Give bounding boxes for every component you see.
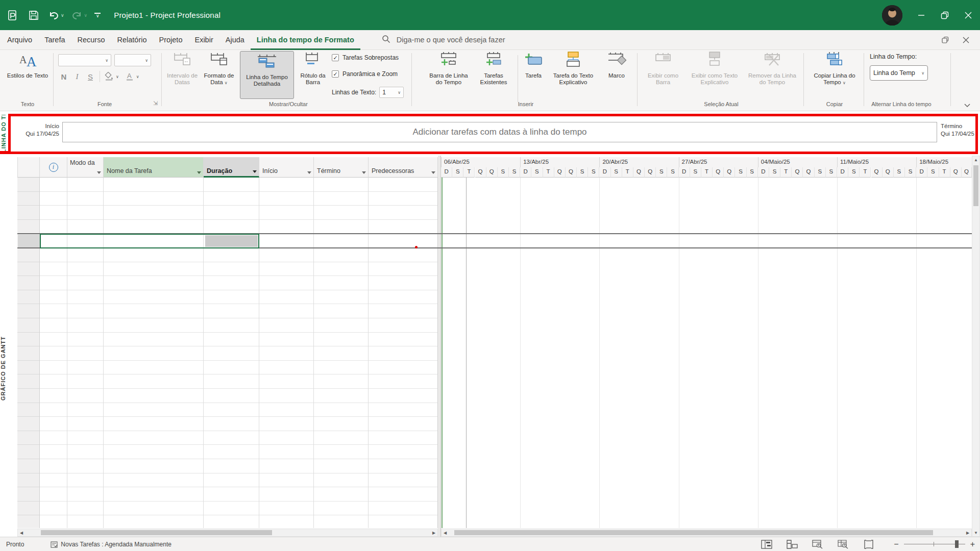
- ribbon-display-icon[interactable]: [935, 32, 955, 47]
- zoom-slider-thumb[interactable]: [955, 540, 959, 548]
- project-app-icon[interactable]: [7, 10, 18, 21]
- text-styles-button[interactable]: AA Estilos de Texto: [6, 51, 49, 79]
- column-header-termino[interactable]: Término: [314, 157, 369, 178]
- ribbon: AA Estilos de Texto Texto ∨ ∨ N I S ∨ A …: [0, 50, 980, 111]
- callout-task-button[interactable]: Tarefa do Texto Explicativo: [547, 51, 599, 86]
- bold-button[interactable]: N: [57, 70, 70, 83]
- vertical-scrollbar[interactable]: [972, 156, 980, 537]
- view-team-planner-icon[interactable]: [811, 539, 824, 550]
- italic-button[interactable]: I: [70, 70, 84, 83]
- restore-button[interactable]: [933, 5, 957, 26]
- vertical-scroll-thumb[interactable]: [973, 165, 978, 206]
- day-header-cell: S: [667, 167, 678, 178]
- copy-timeline-button[interactable]: Copiar Linha do Tempo ∨: [811, 51, 859, 86]
- day-header-cell: S: [509, 167, 520, 178]
- view-task-usage-icon[interactable]: [786, 539, 799, 550]
- scroll-down-icon[interactable]: ▼: [972, 529, 980, 537]
- undo-icon[interactable]: ∨: [48, 10, 64, 20]
- fill-dropdown-icon[interactable]: ∨: [116, 74, 119, 79]
- timeline-add-tasks-box[interactable]: Adicionar tarefas com datas à linha do t…: [62, 122, 937, 142]
- bar-label-button[interactable]: Rótulo da Barra: [297, 51, 329, 86]
- day-header-cell: Q: [566, 167, 577, 178]
- column-header-predecessoras[interactable]: Predecessoras: [369, 157, 438, 178]
- day-header-cell: D: [441, 167, 452, 178]
- underline-button[interactable]: S: [84, 70, 97, 83]
- filter-arrow-icon[interactable]: [307, 171, 311, 174]
- view-timeline-icon[interactable]: [862, 539, 875, 550]
- scroll-up-icon[interactable]: ▲: [972, 156, 980, 164]
- menu-item-arquivo[interactable]: Arquivo: [1, 30, 38, 50]
- overlapped-tasks-checkbox[interactable]: ✓ Tarefas Sobrepostas: [332, 54, 399, 61]
- date-format-icon: [209, 51, 229, 70]
- existing-tasks-button[interactable]: Tarefas Existentes: [474, 51, 513, 86]
- timeline-select[interactable]: Linha do Temp∨: [870, 65, 928, 81]
- avatar[interactable]: [882, 5, 902, 26]
- menu-item-ajuda[interactable]: Ajuda: [219, 30, 251, 50]
- scroll-right-icon[interactable]: ▶: [964, 529, 972, 537]
- undo-dropdown-icon[interactable]: ∨: [61, 13, 64, 18]
- background-fill-icon[interactable]: [103, 70, 116, 83]
- column-header-inicio[interactable]: Início: [259, 157, 314, 178]
- customize-quick-access-icon[interactable]: ∨: [94, 13, 101, 18]
- filter-arrow-icon[interactable]: [431, 171, 435, 174]
- zoom-in-button[interactable]: +: [970, 540, 975, 549]
- insert-task-button[interactable]: Tarefa: [522, 51, 545, 79]
- close-pane-icon[interactable]: [955, 32, 976, 47]
- search-placeholder: Diga-me o que você deseja fazer: [397, 36, 505, 44]
- column-header-nome[interactable]: Nome da Tarefa: [104, 157, 204, 178]
- tell-me-search[interactable]: Diga-me o que você deseja fazer: [382, 35, 505, 45]
- column-header-info[interactable]: i: [40, 157, 67, 178]
- collapse-ribbon-icon[interactable]: [964, 101, 971, 110]
- menu-item-recurso[interactable]: Recurso: [71, 30, 111, 50]
- scroll-right-icon[interactable]: ▶: [430, 529, 438, 537]
- font-color-dropdown-icon[interactable]: ∨: [136, 74, 139, 79]
- view-gantt-icon[interactable]: [760, 539, 773, 550]
- filter-arrow-icon[interactable]: [197, 171, 201, 174]
- close-button[interactable]: [957, 5, 980, 26]
- minimize-button[interactable]: [910, 5, 933, 26]
- select-all-corner[interactable]: [17, 157, 40, 178]
- day-header-cell: S: [531, 167, 543, 178]
- zoom-slider[interactable]: [904, 544, 965, 544]
- font-color-icon[interactable]: A: [123, 70, 136, 83]
- menu-item-exibir[interactable]: Exibir: [188, 30, 219, 50]
- scroll-left-icon[interactable]: ◀: [17, 529, 26, 537]
- date-range-button: Intervalo de Datas: [166, 51, 199, 86]
- day-header-cell: Q: [645, 167, 656, 178]
- day-header-cell: T: [860, 167, 871, 178]
- filter-arrow-icon[interactable]: [97, 171, 101, 174]
- group-label-inserir: Inserir: [419, 101, 633, 107]
- detailed-timeline-button[interactable]: Linha do Tempo Detalhada: [240, 51, 294, 99]
- menu-item-relatorio[interactable]: Relatório: [111, 30, 153, 50]
- menu-item-projeto[interactable]: Projeto: [153, 30, 189, 50]
- timeline-bar-button[interactable]: Barra de Linha do Tempo: [428, 51, 470, 86]
- svg-text:A: A: [27, 54, 37, 68]
- fonte-dialog-launcher-icon[interactable]: ⇲: [153, 100, 158, 107]
- chart-h-scroll-thumb[interactable]: [454, 530, 933, 535]
- table-chart-splitter[interactable]: [438, 156, 441, 537]
- pan-zoom-checkbox[interactable]: ✓ Panorâmica e Zoom: [332, 70, 398, 78]
- font-name-combobox[interactable]: ∨: [58, 54, 111, 66]
- active-cell-duracao[interactable]: [205, 235, 258, 247]
- day-header-cell: D: [520, 167, 531, 178]
- filter-arrow-icon[interactable]: [362, 171, 366, 174]
- timeline-field-label: Linha do Tempo:: [870, 53, 917, 60]
- milestone-button[interactable]: Marco: [603, 51, 630, 79]
- save-icon[interactable]: [29, 10, 39, 20]
- text-lines-spinner[interactable]: 1∨: [379, 87, 404, 98]
- scroll-left-icon[interactable]: ◀: [441, 529, 449, 537]
- task-grid[interactable]: [17, 178, 438, 528]
- new-tasks-mode[interactable]: Novas Tarefas : Agendada Manualmente: [51, 541, 172, 548]
- menu-item-tarefa[interactable]: Tarefa: [38, 30, 71, 50]
- date-format-button[interactable]: Formato de Data ∨: [201, 51, 237, 86]
- font-size-combobox[interactable]: ∨: [114, 54, 151, 66]
- view-resource-sheet-icon[interactable]: [837, 539, 850, 550]
- filter-arrow-icon[interactable]: [253, 170, 257, 173]
- table-h-scroll-thumb[interactable]: [41, 530, 272, 535]
- selected-row-header[interactable]: [18, 235, 39, 247]
- column-header-modo[interactable]: Modo da: [67, 157, 104, 178]
- column-header-duracao[interactable]: Duração: [204, 157, 259, 178]
- zoom-out-button[interactable]: −: [894, 540, 898, 549]
- tab-linha-do-tempo-de-formato[interactable]: Linha do tempo de Formato: [251, 30, 360, 50]
- day-header-cell: D: [679, 167, 690, 178]
